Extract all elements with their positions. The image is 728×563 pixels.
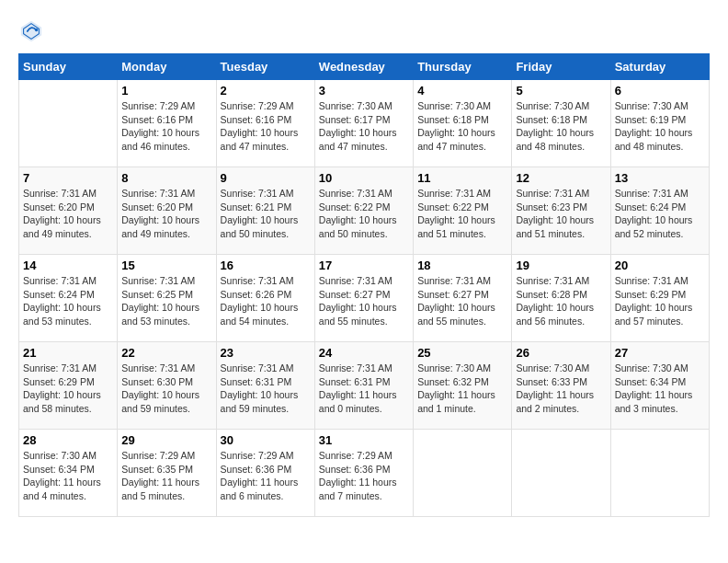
calendar-cell: 19Sunrise: 7:31 AM Sunset: 6:28 PM Dayli…	[512, 255, 610, 342]
calendar-cell: 22Sunrise: 7:31 AM Sunset: 6:30 PM Dayli…	[118, 342, 216, 430]
day-number: 20	[615, 259, 705, 272]
day-info: Sunrise: 7:31 AM Sunset: 6:27 PM Dayligh…	[319, 274, 409, 328]
day-info: Sunrise: 7:31 AM Sunset: 6:23 PM Dayligh…	[516, 187, 606, 241]
calendar-cell: 27Sunrise: 7:30 AM Sunset: 6:34 PM Dayli…	[610, 342, 709, 430]
column-header-friday: Friday	[512, 54, 610, 80]
calendar-cell: 21Sunrise: 7:31 AM Sunset: 6:29 PM Dayli…	[19, 342, 118, 430]
day-number: 21	[23, 346, 113, 360]
week-row-2: 7Sunrise: 7:31 AM Sunset: 6:20 PM Daylig…	[19, 167, 710, 255]
day-info: Sunrise: 7:31 AM Sunset: 6:20 PM Dayligh…	[23, 187, 113, 241]
day-info: Sunrise: 7:31 AM Sunset: 6:31 PM Dayligh…	[319, 362, 409, 416]
day-number: 2	[221, 84, 311, 98]
column-header-tuesday: Tuesday	[216, 54, 314, 80]
day-number: 17	[319, 259, 409, 272]
day-info: Sunrise: 7:29 AM Sunset: 6:35 PM Dayligh…	[121, 449, 211, 503]
day-number: 7	[23, 171, 113, 185]
week-row-3: 14Sunrise: 7:31 AM Sunset: 6:24 PM Dayli…	[19, 255, 710, 342]
calendar-cell	[512, 430, 610, 517]
svg-point-2	[35, 29, 39, 31]
day-info: Sunrise: 7:31 AM Sunset: 6:27 PM Dayligh…	[417, 274, 507, 328]
calendar-cell	[19, 80, 118, 167]
day-number: 3	[319, 84, 409, 98]
calendar-cell: 16Sunrise: 7:31 AM Sunset: 6:26 PM Dayli…	[216, 255, 314, 342]
day-number: 19	[516, 259, 606, 272]
calendar-cell: 20Sunrise: 7:31 AM Sunset: 6:29 PM Dayli…	[610, 255, 709, 342]
day-number: 27	[615, 346, 705, 360]
header-row: SundayMondayTuesdayWednesdayThursdayFrid…	[19, 54, 710, 80]
calendar-cell	[610, 430, 709, 517]
calendar-cell: 3Sunrise: 7:30 AM Sunset: 6:17 PM Daylig…	[314, 80, 413, 167]
day-number: 22	[121, 346, 211, 360]
calendar-cell: 11Sunrise: 7:31 AM Sunset: 6:22 PM Dayli…	[414, 167, 512, 255]
calendar-cell: 13Sunrise: 7:31 AM Sunset: 6:24 PM Dayli…	[610, 167, 709, 255]
calendar-cell: 12Sunrise: 7:31 AM Sunset: 6:23 PM Dayli…	[512, 167, 610, 255]
day-info: Sunrise: 7:31 AM Sunset: 6:29 PM Dayligh…	[615, 274, 705, 328]
day-number: 23	[221, 346, 311, 360]
calendar-cell: 23Sunrise: 7:31 AM Sunset: 6:31 PM Dayli…	[216, 342, 314, 430]
day-number: 5	[516, 84, 606, 98]
calendar-cell: 1Sunrise: 7:29 AM Sunset: 6:16 PM Daylig…	[118, 80, 216, 167]
day-info: Sunrise: 7:31 AM Sunset: 6:29 PM Dayligh…	[23, 362, 113, 416]
day-info: Sunrise: 7:31 AM Sunset: 6:31 PM Dayligh…	[221, 362, 311, 416]
week-row-4: 21Sunrise: 7:31 AM Sunset: 6:29 PM Dayli…	[19, 342, 710, 430]
column-header-wednesday: Wednesday	[314, 54, 413, 80]
day-number: 6	[615, 84, 705, 98]
calendar-cell: 5Sunrise: 7:30 AM Sunset: 6:18 PM Daylig…	[512, 80, 610, 167]
day-number: 1	[121, 84, 211, 98]
day-info: Sunrise: 7:31 AM Sunset: 6:30 PM Dayligh…	[121, 362, 211, 416]
day-info: Sunrise: 7:30 AM Sunset: 6:34 PM Dayligh…	[23, 449, 113, 503]
calendar-cell: 31Sunrise: 7:29 AM Sunset: 6:36 PM Dayli…	[314, 430, 413, 517]
day-number: 10	[319, 171, 409, 185]
calendar-cell: 29Sunrise: 7:29 AM Sunset: 6:35 PM Dayli…	[118, 430, 216, 517]
day-info: Sunrise: 7:31 AM Sunset: 6:24 PM Dayligh…	[615, 187, 705, 241]
day-number: 11	[417, 171, 507, 185]
day-info: Sunrise: 7:31 AM Sunset: 6:25 PM Dayligh…	[121, 274, 211, 328]
logo-icon	[18, 18, 44, 44]
day-number: 24	[319, 346, 409, 360]
calendar-cell: 10Sunrise: 7:31 AM Sunset: 6:22 PM Dayli…	[314, 167, 413, 255]
day-info: Sunrise: 7:31 AM Sunset: 6:20 PM Dayligh…	[121, 187, 211, 241]
logo	[18, 18, 48, 44]
day-info: Sunrise: 7:31 AM Sunset: 6:28 PM Dayligh…	[516, 274, 606, 328]
day-number: 31	[319, 433, 409, 447]
calendar-cell: 4Sunrise: 7:30 AM Sunset: 6:18 PM Daylig…	[414, 80, 512, 167]
calendar-cell: 30Sunrise: 7:29 AM Sunset: 6:36 PM Dayli…	[216, 430, 314, 517]
calendar-cell: 28Sunrise: 7:30 AM Sunset: 6:34 PM Dayli…	[19, 430, 118, 517]
day-info: Sunrise: 7:30 AM Sunset: 6:34 PM Dayligh…	[615, 362, 705, 416]
calendar-cell: 6Sunrise: 7:30 AM Sunset: 6:19 PM Daylig…	[610, 80, 709, 167]
calendar-cell: 18Sunrise: 7:31 AM Sunset: 6:27 PM Dayli…	[414, 255, 512, 342]
calendar-cell: 7Sunrise: 7:31 AM Sunset: 6:20 PM Daylig…	[19, 167, 118, 255]
day-info: Sunrise: 7:30 AM Sunset: 6:33 PM Dayligh…	[516, 362, 606, 416]
day-info: Sunrise: 7:29 AM Sunset: 6:16 PM Dayligh…	[121, 99, 211, 154]
day-number: 25	[417, 346, 507, 360]
day-info: Sunrise: 7:31 AM Sunset: 6:26 PM Dayligh…	[221, 274, 311, 328]
day-number: 8	[121, 171, 211, 185]
day-info: Sunrise: 7:30 AM Sunset: 6:32 PM Dayligh…	[417, 362, 507, 416]
day-number: 13	[615, 171, 705, 185]
calendar-table: SundayMondayTuesdayWednesdayThursdayFrid…	[18, 53, 710, 517]
calendar-cell: 14Sunrise: 7:31 AM Sunset: 6:24 PM Dayli…	[19, 255, 118, 342]
calendar-cell: 17Sunrise: 7:31 AM Sunset: 6:27 PM Dayli…	[314, 255, 413, 342]
day-info: Sunrise: 7:31 AM Sunset: 6:22 PM Dayligh…	[417, 187, 507, 241]
page-header	[18, 18, 710, 44]
day-number: 18	[417, 259, 507, 272]
week-row-1: 1Sunrise: 7:29 AM Sunset: 6:16 PM Daylig…	[19, 80, 710, 167]
calendar-cell: 26Sunrise: 7:30 AM Sunset: 6:33 PM Dayli…	[512, 342, 610, 430]
calendar-cell: 2Sunrise: 7:29 AM Sunset: 6:16 PM Daylig…	[216, 80, 314, 167]
day-info: Sunrise: 7:29 AM Sunset: 6:36 PM Dayligh…	[221, 449, 311, 503]
column-header-thursday: Thursday	[414, 54, 512, 80]
day-info: Sunrise: 7:31 AM Sunset: 6:24 PM Dayligh…	[23, 274, 113, 328]
calendar-cell: 15Sunrise: 7:31 AM Sunset: 6:25 PM Dayli…	[118, 255, 216, 342]
day-number: 12	[516, 171, 606, 185]
column-header-saturday: Saturday	[610, 54, 709, 80]
day-info: Sunrise: 7:30 AM Sunset: 6:17 PM Dayligh…	[319, 99, 409, 154]
day-info: Sunrise: 7:30 AM Sunset: 6:19 PM Dayligh…	[615, 99, 705, 154]
week-row-5: 28Sunrise: 7:30 AM Sunset: 6:34 PM Dayli…	[19, 430, 710, 517]
column-header-monday: Monday	[118, 54, 216, 80]
calendar-cell: 25Sunrise: 7:30 AM Sunset: 6:32 PM Dayli…	[414, 342, 512, 430]
calendar-cell: 24Sunrise: 7:31 AM Sunset: 6:31 PM Dayli…	[314, 342, 413, 430]
day-number: 16	[221, 259, 311, 272]
day-info: Sunrise: 7:30 AM Sunset: 6:18 PM Dayligh…	[516, 99, 606, 154]
day-number: 26	[516, 346, 606, 360]
day-info: Sunrise: 7:29 AM Sunset: 6:36 PM Dayligh…	[319, 449, 409, 503]
